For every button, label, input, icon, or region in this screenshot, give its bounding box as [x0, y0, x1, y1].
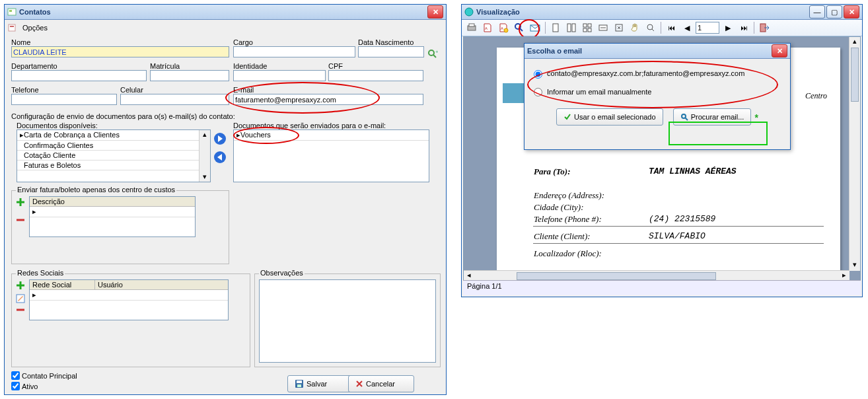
- list-item[interactable]: Faturas e Boletos: [24, 161, 81, 169]
- radio-email-option[interactable]: contato@empresaxyz.com.br;faturamento@em…: [534, 69, 781, 79]
- svg-line-35: [685, 118, 688, 120]
- preview-centro: Centro: [805, 91, 827, 101]
- preview-cliente-lbl: Cliente (Client):: [534, 231, 591, 242]
- label-cargo: Cargo: [233, 38, 355, 46]
- divider: [533, 243, 824, 244]
- page-input[interactable]: [696, 22, 719, 34]
- asterisk-icon: *: [754, 112, 758, 123]
- email-input[interactable]: [233, 94, 423, 105]
- telefone-input[interactable]: [11, 94, 117, 105]
- contacts-icon: [7, 7, 17, 17]
- separator: [545, 22, 546, 34]
- observacoes-text[interactable]: [259, 279, 436, 363]
- list-item[interactable]: Confirmação Clientes: [24, 141, 93, 149]
- search-icon[interactable]: +: [427, 49, 438, 59]
- redes-table[interactable]: Rede Social Usuário ▸: [29, 279, 229, 320]
- pdf-icon[interactable]: A: [480, 20, 495, 35]
- first-page-icon[interactable]: ⏮: [664, 20, 678, 35]
- docs-enviados-list[interactable]: ▸Vouchers: [233, 129, 429, 182]
- close-button[interactable]: ✕: [427, 5, 443, 18]
- label-email: E-mail: [233, 86, 423, 94]
- scrollbar[interactable]: ▴ ▾: [199, 130, 210, 182]
- prev-page-icon[interactable]: ◀: [680, 20, 694, 35]
- ativo-checkbox[interactable]: Ativo: [11, 382, 38, 390]
- window-title: Contatos: [19, 8, 426, 16]
- separator: [661, 22, 661, 34]
- remove-button[interactable]: [16, 217, 25, 223]
- svg-rect-23: [567, 24, 571, 32]
- label-datanasc: Data Nascimento: [358, 38, 424, 46]
- docs-disponiveis-list[interactable]: ▸Carta de Cobrança a Clientes Confirmaçã…: [17, 129, 211, 182]
- svg-rect-12: [297, 384, 301, 387]
- add-button[interactable]: [16, 198, 25, 207]
- dialog-title: Escolha o email: [527, 47, 770, 55]
- menubar: Opções: [5, 20, 446, 36]
- next-page-icon[interactable]: ▶: [721, 20, 735, 35]
- preview-para-lbl: Para (To):: [534, 166, 571, 177]
- svg-rect-22: [553, 24, 558, 32]
- contatos-titlebar: Contatos ✕: [5, 5, 446, 20]
- label-config: Configuração de envio de documentos para…: [11, 112, 235, 120]
- nome-input[interactable]: [11, 46, 229, 57]
- svg-rect-27: [583, 28, 587, 32]
- toolbar: A A ⏮ ◀ ▶ ⏭: [462, 20, 862, 36]
- svg-point-31: [647, 24, 653, 30]
- maximize-button[interactable]: ▢: [826, 5, 842, 18]
- find-icon[interactable]: [512, 20, 526, 35]
- col-redesocial: Rede Social: [30, 280, 95, 289]
- svg-rect-15: [469, 24, 474, 26]
- zoom-tool-icon[interactable]: [643, 20, 658, 35]
- cancelar-button[interactable]: Cancelar: [348, 375, 414, 392]
- svg-text:+: +: [435, 49, 438, 55]
- salvar-button[interactable]: Salvar: [287, 375, 353, 392]
- menu-options[interactable]: Opções: [18, 22, 52, 33]
- close-button[interactable]: ✕: [844, 5, 859, 18]
- print-icon[interactable]: [464, 20, 479, 35]
- preview-cidade-lbl: Cidade (City):: [534, 202, 583, 213]
- zoom-fit-icon[interactable]: [612, 20, 626, 35]
- contato-principal-checkbox[interactable]: Contato Principal: [11, 371, 77, 380]
- minimize-button[interactable]: —: [809, 5, 825, 18]
- svg-line-32: [652, 29, 654, 31]
- label-observ: Observações: [259, 269, 305, 277]
- pdf-multi-icon[interactable]: A: [496, 20, 511, 35]
- svg-point-4: [429, 50, 434, 55]
- page-twopage-icon[interactable]: [564, 20, 579, 35]
- list-item[interactable]: Carta de Cobrança a Clientes: [24, 131, 120, 139]
- identidade-input[interactable]: [233, 70, 326, 81]
- list-item[interactable]: Vouchers: [240, 131, 271, 139]
- page-onepage-icon[interactable]: [548, 20, 563, 35]
- svg-rect-24: [572, 24, 575, 32]
- departamento-input[interactable]: [11, 70, 147, 81]
- zoom-width-icon[interactable]: [596, 20, 610, 35]
- matricula-input[interactable]: [150, 70, 229, 81]
- edit-button[interactable]: [16, 294, 25, 303]
- list-item[interactable]: Cotação Cliente: [24, 151, 75, 159]
- vertical-scrollbar[interactable]: ▴ ▾: [849, 37, 860, 271]
- add-button[interactable]: [16, 281, 25, 290]
- separator: [754, 22, 754, 34]
- move-left-button[interactable]: [213, 151, 227, 164]
- last-page-icon[interactable]: ⏭: [737, 20, 751, 35]
- cargo-input[interactable]: [233, 46, 355, 57]
- remove-button[interactable]: [16, 307, 25, 312]
- procurar-email-button[interactable]: Procurar email...: [673, 108, 752, 126]
- svg-rect-2: [9, 24, 15, 31]
- close-button[interactable]: ✕: [772, 44, 787, 57]
- move-right-button[interactable]: [213, 132, 227, 145]
- page-grid-icon[interactable]: [580, 20, 595, 35]
- app-icon: [464, 7, 474, 17]
- cpf-input[interactable]: [328, 70, 423, 81]
- datanasc-input[interactable]: [358, 46, 424, 57]
- visualizacao-window: Visualização — ▢ ✕ A A ⏮ ◀ ▶ ⏭ Centro Pa…: [461, 4, 863, 297]
- descricao-table[interactable]: Descrição ▸: [29, 196, 196, 237]
- celular-input[interactable]: [120, 94, 229, 105]
- exit-icon[interactable]: [757, 20, 772, 35]
- hand-icon[interactable]: [628, 20, 642, 35]
- usar-email-button[interactable]: Usar o email selecionado: [556, 108, 663, 126]
- label-docsdisp: Documentos disponíveis:: [17, 122, 98, 129]
- email-icon[interactable]: [528, 20, 542, 35]
- svg-text:A: A: [501, 26, 503, 30]
- svg-text:A: A: [485, 26, 488, 30]
- radio-manual-option[interactable]: Informar um email manualmente: [534, 88, 781, 97]
